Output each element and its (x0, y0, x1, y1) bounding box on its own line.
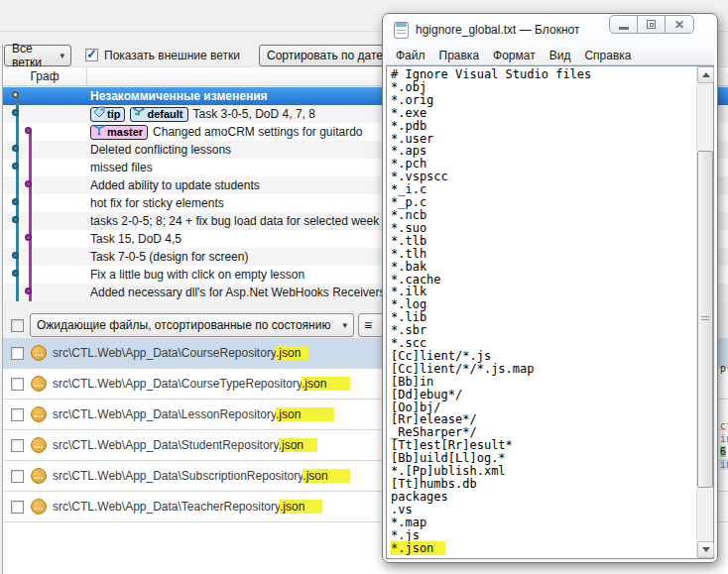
menu-item-формат[interactable]: Формат (486, 49, 543, 62)
commit-node-purple[interactable] (25, 287, 32, 294)
badge-label: default (147, 105, 182, 123)
commit-message: hot fix for sticky elements (90, 194, 224, 212)
commit-message-cell: Deleted conflicting lessons (90, 141, 231, 159)
file-path: src\CTL.Web\App_Data\LessonRepository.js… (53, 407, 334, 421)
background-text-fragment: p (720, 363, 726, 374)
file-checkbox[interactable] (11, 378, 24, 391)
branch-check-icon (133, 105, 145, 123)
commit-message: Changed amoCRM settings for guitardo (153, 123, 362, 141)
scrollbar-thumb[interactable] (697, 151, 713, 488)
commit-message-cell: tasks 2-0-5; 8; 24 + fix bug load data f… (90, 212, 379, 230)
commit-message: Deleted conflicting lessons (90, 141, 231, 159)
highlighted-extension: .json (303, 469, 349, 483)
notepad-window: hgignore_global.txt — Блокнот ✕ ФайлПрав… (382, 13, 718, 563)
commit-node-teal[interactable] (12, 252, 19, 259)
show-external-label: Показать внешние ветки (104, 45, 240, 66)
badge-label: tip (107, 105, 120, 123)
commit-node-teal[interactable] (12, 216, 19, 223)
modified-status-icon: … (31, 437, 47, 453)
notepad-scrollbar[interactable] (696, 66, 713, 558)
commit-message-cell: masterChanged amoCRM settings for guitar… (90, 123, 363, 141)
file-path: src\CTL.Web\App_Data\SubscriptionReposit… (53, 469, 350, 483)
ref-badge-tip[interactable]: tip (90, 107, 125, 122)
notepad-line: *.js (391, 529, 696, 542)
commit-message: missed files (90, 159, 153, 176)
scroll-up-button[interactable] (697, 66, 714, 83)
branches-dropdown[interactable]: Все ветки ▾ (4, 45, 71, 66)
branches-dropdown-label: Все ветки (12, 42, 60, 69)
files-filter-dropdown[interactable]: Ожидающие файлы, отсортированные по сост… (30, 313, 354, 337)
highlighted-extension: .json (280, 500, 322, 514)
notepad-line: *.pdb (391, 120, 696, 133)
menu-item-правка[interactable]: Правка (432, 49, 487, 62)
notepad-line: *.exe (391, 107, 696, 120)
commit-message: Added ability to update students (90, 176, 260, 194)
close-button[interactable]: ✕ (666, 16, 693, 33)
commit-node-teal[interactable] (12, 109, 19, 116)
commit-message-cell: missed files (90, 159, 153, 176)
commit-message: Task 7-0-5 (design for screen) (90, 248, 248, 266)
notepad-title: hgignore_global.txt — Блокнот (416, 23, 579, 37)
notepad-line: [Cc]lient/*.js (391, 350, 696, 363)
highlighted-extension: .json (302, 377, 350, 391)
commit-message: Task 15, DoD 4,5 (90, 230, 182, 248)
commit-node-purple[interactable] (25, 180, 32, 187)
menu-item-справка[interactable]: Справка (577, 49, 638, 62)
graph-column-header[interactable]: Граф (3, 67, 87, 85)
close-icon: ✕ (674, 18, 684, 32)
notepad-line: *.sbr (391, 324, 696, 337)
commit-node-teal[interactable] (12, 270, 19, 277)
file-path: src\CTL.Web\App_Data\CourseTypeRepositor… (53, 377, 350, 391)
commit-node-teal[interactable] (12, 198, 19, 205)
show-external-checkbox[interactable]: ✓ (85, 49, 98, 61)
minimize-button[interactable] (610, 16, 638, 33)
file-checkbox[interactable] (11, 347, 24, 360)
notepad-title-bar[interactable]: hgignore_global.txt — Блокнот ✕ (383, 14, 717, 47)
file-checkbox[interactable] (11, 470, 24, 483)
notepad-text[interactable]: # Ignore Visual Studio files*.obj*.orig*… (387, 66, 696, 558)
notepad-line: # Ignore Visual Studio files (391, 68, 696, 81)
working-dir-node[interactable] (12, 91, 19, 98)
branch-icon (93, 123, 105, 141)
commit-message: Fix a little bug with click on empty les… (90, 266, 304, 284)
notepad-line: *.lib (391, 311, 696, 324)
commit-message-cell: Task 15, DoD 4,5 (90, 230, 182, 248)
notepad-line: [Bb]in (391, 376, 696, 389)
commit-node-teal[interactable] (12, 145, 19, 152)
files-filter-label: Ожидающие файлы, отсортированные по сост… (37, 318, 330, 332)
commit-message-cell: tipdefaultTask 3-0-5, DoD 4, 7, 8 (90, 105, 315, 123)
commit-node-teal[interactable] (12, 163, 19, 170)
notepad-line: *.bak (391, 261, 696, 274)
notepad-line: *.json (391, 542, 696, 555)
commit-message-cell: Added ability to update students (90, 176, 260, 194)
scroll-down-button[interactable] (697, 541, 714, 558)
highlighted-extension: .json (276, 407, 334, 421)
maximize-button[interactable] (638, 16, 666, 33)
select-all-files-checkbox[interactable] (11, 319, 24, 332)
notepad-icon (394, 22, 409, 39)
window-controls: ✕ (609, 15, 694, 34)
ref-badge-master[interactable]: master (90, 125, 148, 140)
arrow-down-icon (702, 547, 710, 552)
menu-item-файл[interactable]: Файл (389, 49, 432, 62)
sort-by-date-button[interactable]: Сортировать по дате (259, 45, 389, 66)
file-checkbox[interactable] (11, 408, 24, 421)
commit-node-purple[interactable] (25, 127, 32, 134)
notepad-line: *_i.c (391, 183, 696, 196)
arrow-up-icon (702, 72, 710, 77)
menu-item-вид[interactable]: Вид (543, 49, 578, 62)
hamburger-icon: ≡ (364, 317, 372, 333)
file-checkbox[interactable] (11, 501, 24, 514)
notepad-client-area: # Ignore Visual Studio files*.obj*.orig*… (386, 65, 714, 559)
file-checkbox[interactable] (11, 439, 24, 452)
notepad-line: *.cache (391, 274, 696, 287)
commit-message: tasks 2-0-5; 8; 24 + fix bug load data f… (90, 212, 379, 230)
ref-badge-default[interactable]: default (130, 107, 187, 122)
commit-message-cell: Fix a little bug with click on empty les… (90, 266, 304, 284)
notepad-line: *.obj (391, 81, 696, 94)
notepad-line: *.log (391, 298, 696, 311)
background-text-fragment: 6 (720, 446, 726, 457)
chevron-down-icon: ▾ (342, 320, 347, 330)
commit-node-purple[interactable] (25, 234, 32, 241)
notepad-line: [Dd]ebug*/ (391, 389, 696, 402)
